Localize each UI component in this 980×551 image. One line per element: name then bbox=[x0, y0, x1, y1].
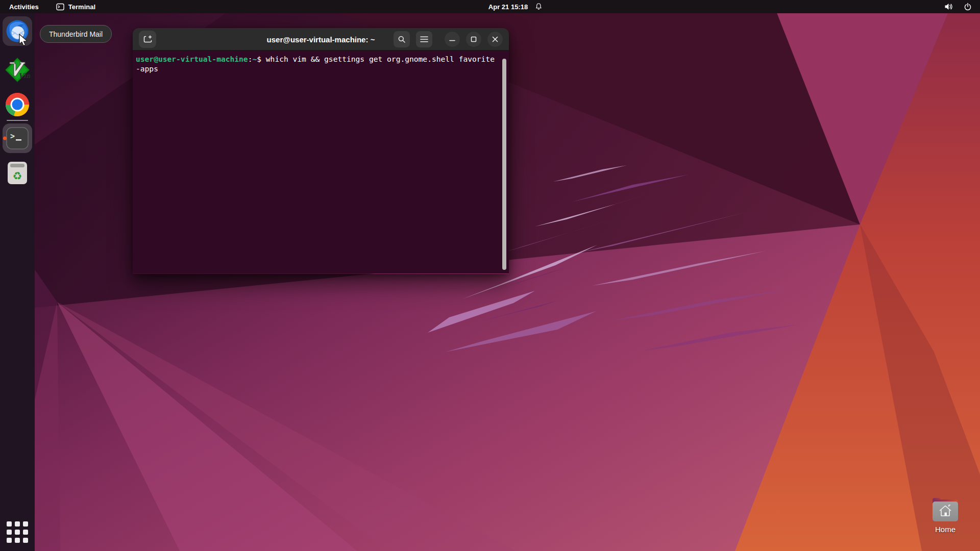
terminal-title: user@user-virtual-machine: ~ bbox=[267, 35, 375, 43]
svg-text:>: > bbox=[10, 132, 15, 141]
maximize-button[interactable] bbox=[466, 32, 481, 47]
app-menu-label: Terminal bbox=[68, 3, 95, 11]
svg-text:♻: ♻ bbox=[13, 170, 22, 182]
mouse-cursor bbox=[18, 34, 31, 47]
command-text-line-1: which vim && gsettings get org.gnome.she… bbox=[261, 55, 495, 63]
system-status-area[interactable] bbox=[944, 0, 980, 13]
vim-icon: Vim bbox=[5, 57, 30, 83]
desktop-icon-home[interactable]: Home bbox=[928, 497, 963, 534]
show-applications-icon bbox=[7, 521, 12, 527]
close-icon bbox=[492, 36, 498, 42]
search-icon bbox=[398, 35, 406, 43]
activities-button[interactable]: Activities bbox=[9, 3, 39, 11]
top-bar: Activities Terminal Apr 21 15:18 bbox=[0, 0, 980, 13]
minimize-button[interactable] bbox=[445, 32, 460, 47]
dock: Vim bbox=[0, 13, 35, 551]
clock-menu[interactable]: Apr 21 15:18 bbox=[488, 0, 543, 13]
trash-icon: ♻ bbox=[6, 160, 29, 186]
terminal-line-2: -apps bbox=[136, 64, 499, 73]
prompt-user-host: user@user-virtual-machine bbox=[136, 55, 248, 63]
chrome-icon bbox=[5, 92, 30, 117]
terminal-line-1: user@user-virtual-machine:~$ which vim &… bbox=[136, 54, 499, 64]
terminal-window-icon bbox=[56, 3, 64, 11]
terminal-window: user@user-virtual-machine: ~ bbox=[133, 28, 509, 274]
terminal-icon: > bbox=[6, 127, 29, 150]
dock-tooltip-label: Thunderbird Mail bbox=[49, 30, 103, 38]
dock-item-trash[interactable]: ♻ bbox=[3, 158, 32, 188]
prompt-path: ~ bbox=[252, 55, 257, 63]
dock-item-chrome[interactable] bbox=[3, 90, 32, 119]
volume-icon bbox=[944, 3, 953, 11]
bell-icon bbox=[535, 3, 543, 11]
running-indicator-dot bbox=[3, 137, 7, 140]
svg-text:Vim: Vim bbox=[18, 72, 30, 80]
search-button[interactable] bbox=[394, 31, 410, 47]
dock-item-terminal[interactable]: > bbox=[3, 123, 32, 153]
dock-separator bbox=[7, 120, 28, 121]
dock-tooltip: Thunderbird Mail bbox=[40, 25, 112, 43]
terminal-body[interactable]: user@user-virtual-machine:~$ which vim &… bbox=[133, 51, 509, 273]
new-tab-icon bbox=[143, 35, 152, 43]
new-tab-button[interactable] bbox=[139, 31, 156, 48]
terminal-scrollbar[interactable] bbox=[502, 59, 506, 270]
menu-button[interactable] bbox=[416, 31, 432, 47]
minimize-icon bbox=[449, 36, 455, 42]
show-applications-button[interactable] bbox=[7, 521, 28, 543]
home-folder-icon bbox=[930, 497, 960, 522]
terminal-header[interactable]: user@user-virtual-machine: ~ bbox=[133, 28, 509, 51]
hamburger-menu-icon bbox=[420, 36, 428, 43]
close-button[interactable] bbox=[487, 32, 503, 47]
app-menu[interactable]: Terminal bbox=[56, 3, 95, 11]
prompt-symbol: $ bbox=[257, 55, 261, 63]
desktop-screen: Activities Terminal Apr 21 15:18 bbox=[0, 0, 980, 551]
clock-label: Apr 21 15:18 bbox=[488, 3, 528, 11]
power-icon bbox=[964, 3, 972, 11]
command-text-line-2: -apps bbox=[136, 64, 158, 73]
maximize-icon bbox=[471, 36, 477, 42]
home-icon-label: Home bbox=[935, 525, 955, 534]
dock-item-vim[interactable]: Vim bbox=[3, 55, 32, 85]
